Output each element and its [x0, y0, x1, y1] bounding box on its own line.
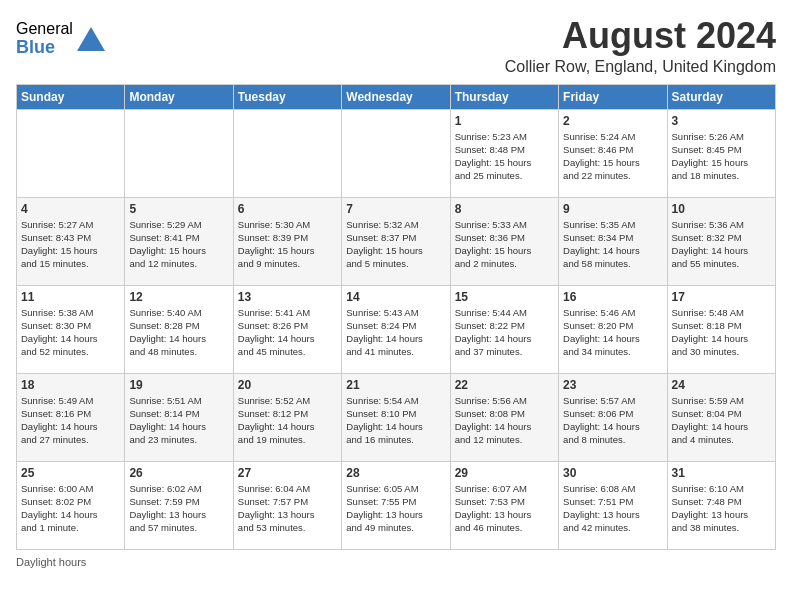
table-row: 11Sunrise: 5:38 AM Sunset: 8:30 PM Dayli… [17, 285, 125, 373]
day-info: Sunrise: 6:10 AM Sunset: 7:48 PM Dayligh… [672, 482, 771, 535]
table-row: 8Sunrise: 5:33 AM Sunset: 8:36 PM Daylig… [450, 197, 558, 285]
table-row: 9Sunrise: 5:35 AM Sunset: 8:34 PM Daylig… [559, 197, 667, 285]
table-row: 29Sunrise: 6:07 AM Sunset: 7:53 PM Dayli… [450, 461, 558, 549]
day-number: 30 [563, 466, 662, 480]
logo-icon [75, 23, 107, 55]
day-info: Sunrise: 5:56 AM Sunset: 8:08 PM Dayligh… [455, 394, 554, 447]
table-row: 4Sunrise: 5:27 AM Sunset: 8:43 PM Daylig… [17, 197, 125, 285]
logo-blue: Blue [16, 38, 73, 58]
day-info: Sunrise: 6:07 AM Sunset: 7:53 PM Dayligh… [455, 482, 554, 535]
table-row: 10Sunrise: 5:36 AM Sunset: 8:32 PM Dayli… [667, 197, 775, 285]
day-info: Sunrise: 5:23 AM Sunset: 8:48 PM Dayligh… [455, 130, 554, 183]
table-row: 14Sunrise: 5:43 AM Sunset: 8:24 PM Dayli… [342, 285, 450, 373]
day-number: 3 [672, 114, 771, 128]
table-row: 26Sunrise: 6:02 AM Sunset: 7:59 PM Dayli… [125, 461, 233, 549]
table-row: 18Sunrise: 5:49 AM Sunset: 8:16 PM Dayli… [17, 373, 125, 461]
svg-marker-0 [77, 27, 105, 51]
calendar-table: Sunday Monday Tuesday Wednesday Thursday… [16, 84, 776, 550]
table-row: 27Sunrise: 6:04 AM Sunset: 7:57 PM Dayli… [233, 461, 341, 549]
day-number: 5 [129, 202, 228, 216]
calendar-week-row: 18Sunrise: 5:49 AM Sunset: 8:16 PM Dayli… [17, 373, 776, 461]
header-thursday: Thursday [450, 84, 558, 109]
table-row: 2Sunrise: 5:24 AM Sunset: 8:46 PM Daylig… [559, 109, 667, 197]
table-row [17, 109, 125, 197]
day-number: 21 [346, 378, 445, 392]
day-info: Sunrise: 5:48 AM Sunset: 8:18 PM Dayligh… [672, 306, 771, 359]
table-row: 6Sunrise: 5:30 AM Sunset: 8:39 PM Daylig… [233, 197, 341, 285]
table-row [342, 109, 450, 197]
day-info: Sunrise: 5:41 AM Sunset: 8:26 PM Dayligh… [238, 306, 337, 359]
table-row: 20Sunrise: 5:52 AM Sunset: 8:12 PM Dayli… [233, 373, 341, 461]
day-number: 15 [455, 290, 554, 304]
day-number: 4 [21, 202, 120, 216]
calendar-week-row: 25Sunrise: 6:00 AM Sunset: 8:02 PM Dayli… [17, 461, 776, 549]
day-number: 6 [238, 202, 337, 216]
day-info: Sunrise: 5:24 AM Sunset: 8:46 PM Dayligh… [563, 130, 662, 183]
table-row: 15Sunrise: 5:44 AM Sunset: 8:22 PM Dayli… [450, 285, 558, 373]
day-number: 14 [346, 290, 445, 304]
day-info: Sunrise: 5:52 AM Sunset: 8:12 PM Dayligh… [238, 394, 337, 447]
day-info: Sunrise: 6:05 AM Sunset: 7:55 PM Dayligh… [346, 482, 445, 535]
day-info: Sunrise: 5:32 AM Sunset: 8:37 PM Dayligh… [346, 218, 445, 271]
day-info: Sunrise: 5:59 AM Sunset: 8:04 PM Dayligh… [672, 394, 771, 447]
header-friday: Friday [559, 84, 667, 109]
logo-general: General [16, 20, 73, 38]
table-row: 17Sunrise: 5:48 AM Sunset: 8:18 PM Dayli… [667, 285, 775, 373]
day-number: 1 [455, 114, 554, 128]
day-info: Sunrise: 5:30 AM Sunset: 8:39 PM Dayligh… [238, 218, 337, 271]
calendar-week-row: 11Sunrise: 5:38 AM Sunset: 8:30 PM Dayli… [17, 285, 776, 373]
table-row [125, 109, 233, 197]
day-number: 26 [129, 466, 228, 480]
table-row: 22Sunrise: 5:56 AM Sunset: 8:08 PM Dayli… [450, 373, 558, 461]
header-sunday: Sunday [17, 84, 125, 109]
table-row: 28Sunrise: 6:05 AM Sunset: 7:55 PM Dayli… [342, 461, 450, 549]
month-title: August 2024 [505, 16, 776, 56]
day-info: Sunrise: 5:49 AM Sunset: 8:16 PM Dayligh… [21, 394, 120, 447]
day-number: 10 [672, 202, 771, 216]
day-info: Sunrise: 5:44 AM Sunset: 8:22 PM Dayligh… [455, 306, 554, 359]
table-row: 19Sunrise: 5:51 AM Sunset: 8:14 PM Dayli… [125, 373, 233, 461]
day-number: 17 [672, 290, 771, 304]
logo: General Blue [16, 20, 107, 57]
day-number: 11 [21, 290, 120, 304]
day-number: 2 [563, 114, 662, 128]
table-row: 30Sunrise: 6:08 AM Sunset: 7:51 PM Dayli… [559, 461, 667, 549]
day-info: Sunrise: 5:36 AM Sunset: 8:32 PM Dayligh… [672, 218, 771, 271]
calendar-week-row: 4Sunrise: 5:27 AM Sunset: 8:43 PM Daylig… [17, 197, 776, 285]
day-info: Sunrise: 5:33 AM Sunset: 8:36 PM Dayligh… [455, 218, 554, 271]
day-info: Sunrise: 5:57 AM Sunset: 8:06 PM Dayligh… [563, 394, 662, 447]
table-row: 1Sunrise: 5:23 AM Sunset: 8:48 PM Daylig… [450, 109, 558, 197]
day-info: Sunrise: 5:27 AM Sunset: 8:43 PM Dayligh… [21, 218, 120, 271]
day-number: 9 [563, 202, 662, 216]
day-number: 16 [563, 290, 662, 304]
day-number: 18 [21, 378, 120, 392]
day-number: 29 [455, 466, 554, 480]
day-number: 8 [455, 202, 554, 216]
table-row: 31Sunrise: 6:10 AM Sunset: 7:48 PM Dayli… [667, 461, 775, 549]
day-info: Sunrise: 5:29 AM Sunset: 8:41 PM Dayligh… [129, 218, 228, 271]
table-row: 25Sunrise: 6:00 AM Sunset: 8:02 PM Dayli… [17, 461, 125, 549]
footer-note: Daylight hours [16, 556, 776, 568]
day-info: Sunrise: 5:46 AM Sunset: 8:20 PM Dayligh… [563, 306, 662, 359]
day-info: Sunrise: 5:40 AM Sunset: 8:28 PM Dayligh… [129, 306, 228, 359]
day-number: 12 [129, 290, 228, 304]
table-row: 13Sunrise: 5:41 AM Sunset: 8:26 PM Dayli… [233, 285, 341, 373]
day-number: 22 [455, 378, 554, 392]
day-info: Sunrise: 5:54 AM Sunset: 8:10 PM Dayligh… [346, 394, 445, 447]
day-number: 27 [238, 466, 337, 480]
day-number: 20 [238, 378, 337, 392]
day-info: Sunrise: 5:26 AM Sunset: 8:45 PM Dayligh… [672, 130, 771, 183]
table-row: 5Sunrise: 5:29 AM Sunset: 8:41 PM Daylig… [125, 197, 233, 285]
header-monday: Monday [125, 84, 233, 109]
header-saturday: Saturday [667, 84, 775, 109]
table-row [233, 109, 341, 197]
day-info: Sunrise: 5:43 AM Sunset: 8:24 PM Dayligh… [346, 306, 445, 359]
table-row: 16Sunrise: 5:46 AM Sunset: 8:20 PM Dayli… [559, 285, 667, 373]
day-number: 31 [672, 466, 771, 480]
day-info: Sunrise: 6:04 AM Sunset: 7:57 PM Dayligh… [238, 482, 337, 535]
table-row: 3Sunrise: 5:26 AM Sunset: 8:45 PM Daylig… [667, 109, 775, 197]
header-tuesday: Tuesday [233, 84, 341, 109]
day-number: 28 [346, 466, 445, 480]
table-row: 23Sunrise: 5:57 AM Sunset: 8:06 PM Dayli… [559, 373, 667, 461]
day-info: Sunrise: 5:35 AM Sunset: 8:34 PM Dayligh… [563, 218, 662, 271]
